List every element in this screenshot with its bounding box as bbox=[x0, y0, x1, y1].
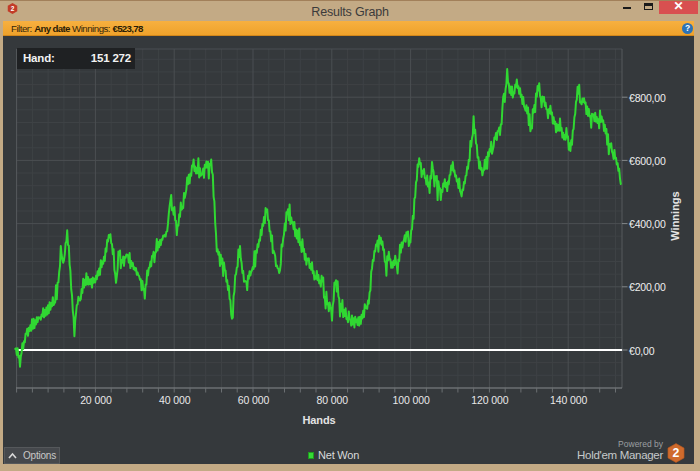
svg-text:2: 2 bbox=[673, 447, 680, 461]
svg-text:2: 2 bbox=[11, 5, 15, 12]
